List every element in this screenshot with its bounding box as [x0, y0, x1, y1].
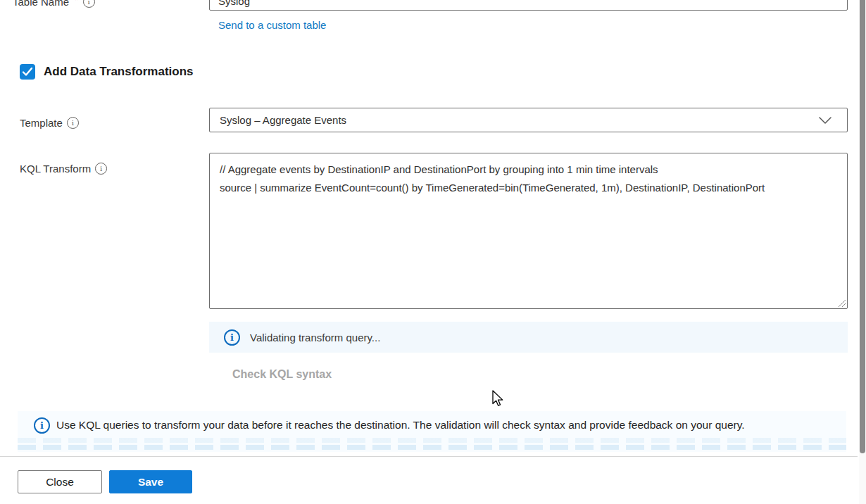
template-selected-value: Syslog – Aggregate Events	[220, 114, 346, 126]
required-marker: *	[75, 0, 78, 6]
footer-divider	[0, 456, 858, 457]
info-icon[interactable]: i	[95, 163, 107, 175]
banner-stripe	[18, 438, 846, 443]
validation-status-text: Validating transform query...	[250, 332, 380, 344]
scrollbar-track[interactable]	[859, 0, 866, 504]
kql-transform-label-row: KQL Transform i	[20, 163, 107, 175]
dialog-panel: Table Name* i Send to a custom table Add…	[0, 0, 866, 504]
table-name-input[interactable]	[209, 0, 848, 11]
info-icon: i	[224, 329, 240, 346]
banner-text: Use KQL queries to transform your data b…	[56, 416, 822, 434]
chevron-down-icon	[819, 117, 832, 124]
validation-status-bar: i Validating transform query...	[209, 322, 848, 353]
template-label-row: Template i	[20, 117, 79, 129]
save-button[interactable]: Save	[109, 470, 192, 493]
kql-info-banner: i Use KQL queries to transform your data…	[18, 411, 846, 452]
close-button[interactable]: Close	[18, 470, 102, 493]
info-icon: i	[34, 417, 50, 434]
scrollbar-thumb[interactable]	[860, 0, 865, 453]
kql-transform-textarea[interactable]: // Aggregate events by DestinationIP and…	[209, 153, 848, 309]
template-dropdown[interactable]: Syslog – Aggregate Events	[209, 108, 848, 132]
kql-transform-label: KQL Transform	[20, 163, 91, 175]
banner-stripe	[18, 445, 846, 450]
table-name-label-row: Table Name* i	[13, 0, 95, 8]
template-label: Template	[20, 117, 63, 129]
checkmark-icon	[22, 67, 33, 77]
info-icon[interactable]: i	[67, 117, 79, 129]
info-icon[interactable]: i	[83, 0, 95, 8]
mouse-cursor	[489, 389, 506, 408]
send-to-custom-table-link[interactable]: Send to a custom table	[218, 19, 326, 31]
add-transformations-label: Add Data Transformations	[44, 65, 194, 79]
check-kql-syntax-button[interactable]: Check KQL syntax	[232, 368, 332, 381]
table-name-label: Table Name	[13, 0, 69, 8]
add-transformations-checkbox[interactable]	[20, 64, 35, 80]
